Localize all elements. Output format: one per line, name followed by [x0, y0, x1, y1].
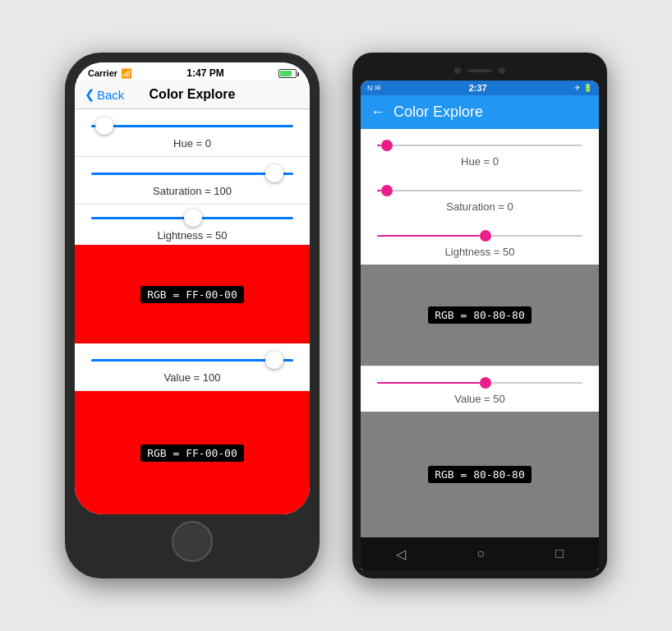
lightness-slider[interactable] [91, 210, 293, 226]
android-status-bar: N ✉ 2:37 ✈ 🔋 [361, 81, 599, 95]
android-hue-thumb[interactable] [381, 140, 393, 151]
rgb-label-1: RGB = FF-00-00 [140, 286, 244, 303]
android-time: 2:37 [469, 83, 487, 93]
value-track [91, 359, 293, 362]
ios-status-bar: Carrier 📶 1:47 PM [75, 62, 310, 81]
android-home-icon[interactable]: ○ [476, 546, 485, 561]
lightness-slider-section: Lightness = 50 [75, 205, 310, 245]
android-light-thumb[interactable] [480, 230, 491, 242]
notification-icon: N ✉ [367, 84, 381, 92]
saturation-thumb[interactable] [265, 164, 283, 182]
android-nav-bar: ◁ ○ □ [361, 537, 599, 570]
battery-fill [280, 71, 292, 76]
ios-nav-bar: ❮ Back Color Explore [75, 81, 310, 109]
value-slider-section: Value = 100 [75, 343, 310, 391]
hue-slider[interactable] [91, 117, 293, 134]
android-value-label: Value = 50 [377, 393, 582, 405]
android-lightness-section: Lightness = 50 [361, 219, 599, 265]
android-hue-track-right [393, 145, 582, 146]
android-back-button[interactable]: ← [371, 104, 385, 121]
wifi-icon: 📶 [121, 68, 132, 79]
lightness-thumb[interactable] [184, 209, 202, 227]
rgb-label-2: RGB = FF-00-00 [140, 444, 244, 462]
value-thumb[interactable] [265, 351, 283, 369]
ios-time: 1:47 PM [186, 67, 223, 79]
android-recents-icon[interactable]: □ [555, 546, 564, 561]
home-button[interactable] [172, 521, 213, 562]
android-lightness-label: Lightness = 50 [377, 246, 582, 258]
ios-status-right [278, 69, 297, 78]
ios-screen: Carrier 📶 1:47 PM ❮ Back Color Explore [75, 62, 310, 514]
lightness-label: Lightness = 50 [91, 229, 293, 242]
signal-icon: ✈ 🔋 [574, 84, 592, 92]
android-saturation-slider[interactable] [377, 182, 582, 199]
android-status-right: ✈ 🔋 [574, 84, 592, 92]
saturation-label: Saturation = 100 [91, 185, 293, 197]
hue-track [91, 125, 293, 127]
android-value-slider[interactable] [377, 375, 582, 391]
battery-icon [278, 69, 297, 78]
chevron-left-icon: ❮ [85, 87, 95, 102]
android-color-display-1: RGB = 80-80-80 [361, 265, 599, 366]
android-hue-section: Hue = 0 [361, 129, 599, 174]
android-value-section: Value = 50 [361, 366, 599, 412]
android-saturation-label: Saturation = 0 [377, 200, 582, 213]
android-content: Hue = 0 Saturation = 0 Lightness = 50 [361, 129, 599, 537]
android-light-track-left [377, 235, 480, 237]
saturation-track [91, 173, 293, 175]
android-val-thumb[interactable] [480, 377, 491, 389]
android-top-bar [361, 61, 599, 81]
carrier-label: Carrier [88, 68, 117, 78]
android-page-title: Color Explore [394, 104, 483, 121]
android-val-track-right [491, 382, 582, 384]
hue-thumb[interactable] [95, 117, 113, 135]
saturation-slider-section: Saturation = 100 [75, 157, 310, 205]
android-hue-slider[interactable] [377, 137, 582, 154]
ios-phone: Carrier 📶 1:47 PM ❮ Back Color Explore [65, 53, 320, 578]
android-val-track-left [377, 382, 480, 384]
value-label: Value = 100 [91, 371, 293, 384]
sensor [499, 67, 505, 74]
android-rgb-label-1: RGB = 80-80-80 [428, 306, 532, 324]
color-display-1: RGB = FF-00-00 [75, 245, 310, 343]
android-sat-track-right [393, 190, 582, 191]
speaker [467, 69, 492, 72]
ios-content: Hue = 0 Saturation = 100 Lightness = 50 [75, 109, 310, 514]
android-status-left: N ✉ [367, 84, 381, 92]
android-lightness-slider[interactable] [377, 228, 582, 244]
android-phone: N ✉ 2:37 ✈ 🔋 ← Color Explore Hue = 0 [352, 53, 607, 578]
ios-status-left: Carrier 📶 [88, 68, 132, 79]
front-camera [454, 67, 461, 74]
android-app-bar: ← Color Explore [361, 95, 599, 129]
color-display-2: RGB = FF-00-00 [75, 391, 310, 514]
android-light-track-right [491, 235, 582, 237]
android-sat-thumb[interactable] [381, 185, 393, 196]
hue-slider-section: Hue = 0 [75, 109, 310, 157]
android-back-nav-icon[interactable]: ◁ [396, 546, 406, 562]
page-title: Color Explore [150, 87, 236, 102]
value-slider[interactable] [91, 352, 293, 368]
android-saturation-section: Saturation = 0 [361, 174, 599, 219]
android-hue-label: Hue = 0 [377, 155, 582, 168]
android-rgb-label-2: RGB = 80-80-80 [428, 466, 532, 483]
android-color-display-2: RGB = 80-80-80 [361, 412, 599, 537]
back-button[interactable]: ❮ Back [85, 87, 124, 102]
android-screen: N ✉ 2:37 ✈ 🔋 ← Color Explore Hue = 0 [361, 81, 599, 570]
saturation-slider[interactable] [91, 165, 293, 182]
hue-label: Hue = 0 [91, 137, 293, 150]
back-label: Back [97, 88, 124, 102]
